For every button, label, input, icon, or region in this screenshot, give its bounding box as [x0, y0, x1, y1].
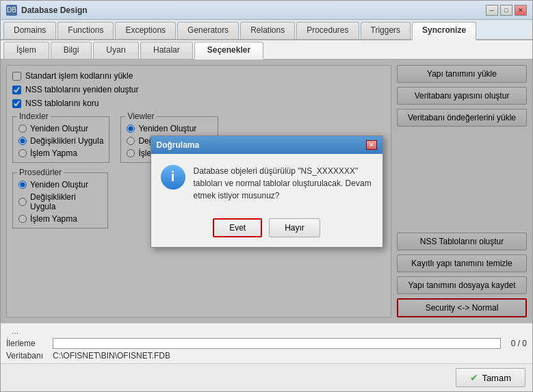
dialog-body: i Database objeleri düşürülüp "NS_XXXXXX…	[151, 154, 382, 213]
db-value: C:\OFISNET\BIN\OFISNET.FDB	[53, 351, 170, 361]
tab-hatalar[interactable]: Hatalar	[140, 42, 193, 59]
tab-triggers[interactable]: Triggers	[361, 22, 411, 39]
tab-generators[interactable]: Generators	[177, 22, 239, 39]
dots-text: ...	[12, 326, 18, 336]
progress-row: İlerleme 0 / 0	[6, 338, 527, 349]
bottom-area: ... İlerleme 0 / 0 Veritabanı C:\OFISNET…	[1, 323, 532, 363]
dialog-box: Doğrulama ✕ i Database objeleri düşürülü…	[151, 135, 383, 248]
maximize-button[interactable]: □	[500, 5, 512, 16]
main-content: Standart işlem kodlarını yükle NSS tablo…	[1, 60, 532, 323]
top-tab-bar: Domains Functions Exceptions Generators …	[1, 20, 532, 40]
dialog-yes-button[interactable]: Evet	[213, 218, 262, 237]
tab-secenekler[interactable]: Seçenekler	[194, 42, 263, 60]
dialog-no-button[interactable]: Hayır	[269, 218, 320, 237]
dialog-footer: Evet Hayır	[151, 213, 382, 247]
db-row: Veritabanı C:\OFISNET\BIN\OFISNET.FDB	[6, 351, 527, 361]
ok-check-icon: ✔	[470, 372, 478, 383]
progress-bar	[53, 338, 501, 349]
app-icon: DB	[6, 5, 17, 16]
dialog-title-bar: Doğrulama ✕	[151, 136, 382, 154]
tab-domains[interactable]: Domains	[3, 22, 56, 39]
tab-islem[interactable]: İşlem	[3, 42, 49, 59]
dialog-close-button[interactable]: ✕	[366, 140, 377, 150]
tab-procedures[interactable]: Procedures	[296, 22, 359, 39]
progress-label: İlerleme	[6, 339, 47, 348]
ok-label: Tamam	[482, 373, 511, 383]
tab-exceptions[interactable]: Exceptions	[115, 22, 176, 39]
main-window: DB Database Design ─ □ ✕ Domains Functio…	[0, 0, 533, 392]
tab-relations[interactable]: Relations	[240, 22, 295, 39]
tab-uyari[interactable]: Uyarı	[93, 42, 139, 59]
dots-row: ...	[6, 326, 527, 336]
second-tab-bar: İşlem Bilgi Uyarı Hatalar Seçenekler	[1, 40, 532, 60]
title-bar: DB Database Design ─ □ ✕	[1, 1, 532, 20]
window-title: Database Design	[21, 5, 88, 15]
dialog-message: Database objeleri düşürülüp "NS_XXXXXXX"…	[194, 165, 373, 202]
footer: ✔ Tamam	[1, 363, 532, 391]
minimize-button[interactable]: ─	[486, 5, 498, 16]
dialog-overlay: Doğrulama ✕ i Database objeleri düşürülü…	[1, 60, 532, 323]
ok-button[interactable]: ✔ Tamam	[456, 368, 525, 387]
dialog-title: Doğrulama	[157, 140, 200, 150]
close-button[interactable]: ✕	[515, 5, 527, 16]
db-label: Veritabanı	[6, 351, 47, 361]
tab-bilgi[interactable]: Bilgi	[51, 42, 92, 59]
tab-functions[interactable]: Functions	[57, 22, 114, 39]
tab-syncronize[interactable]: Syncronize	[412, 22, 476, 40]
dialog-info-icon: i	[161, 165, 185, 190]
title-bar-left: DB Database Design	[6, 5, 88, 16]
title-controls: ─ □ ✕	[486, 5, 527, 16]
progress-value: 0 / 0	[506, 339, 527, 348]
